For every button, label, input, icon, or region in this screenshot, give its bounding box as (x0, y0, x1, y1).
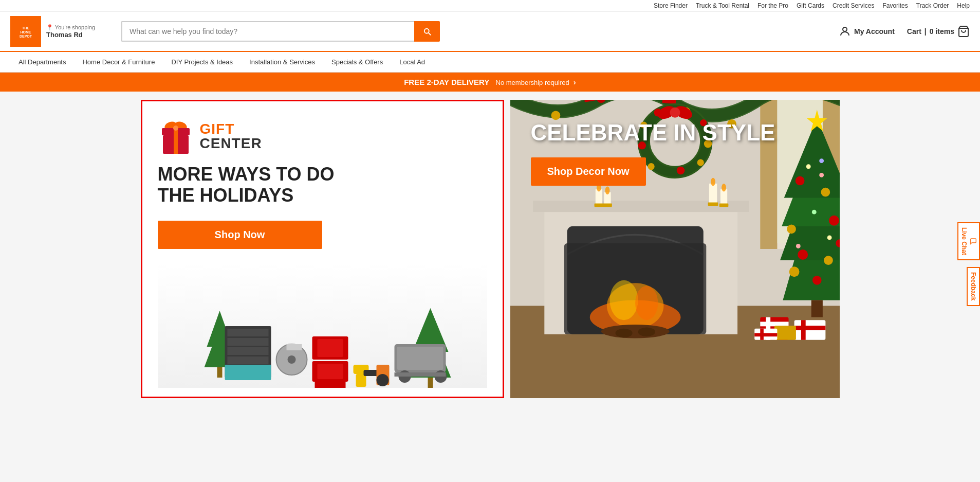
svg-text:DEPOT: DEPOT (20, 34, 32, 38)
gift-title: GIFT CENTER (200, 122, 262, 151)
svg-point-113 (605, 186, 609, 194)
nav-specials[interactable]: Specials & Offers (323, 52, 391, 72)
svg-point-59 (635, 286, 658, 320)
svg-rect-39 (397, 347, 443, 370)
store-info: 📍 You're shopping Thomas Rd (46, 24, 95, 39)
pin-icon: 📍 (46, 24, 53, 30)
svg-rect-24 (227, 356, 268, 364)
shop-now-button[interactable]: Shop Now (158, 221, 322, 249)
utility-link-credit-services[interactable]: Credit Services (833, 2, 874, 9)
svg-rect-21 (227, 329, 268, 336)
logo-icon: THE HOME DEPOT (12, 18, 39, 45)
search-icon (422, 27, 432, 36)
utility-bar: Store Finder Truck & Tool Rental For the… (0, 0, 980, 12)
utility-link-for-pro[interactable]: For the Pro (757, 2, 788, 9)
svg-point-100 (789, 266, 799, 277)
svg-point-94 (821, 188, 830, 197)
svg-point-4 (843, 27, 847, 31)
svg-rect-33 (317, 364, 343, 379)
live-chat-sidebar[interactable]: Live Chat (957, 222, 980, 260)
svg-point-66 (551, 111, 560, 120)
svg-rect-42 (394, 372, 446, 377)
svg-point-61 (615, 329, 632, 338)
promo-sub-text: No membership required (496, 79, 569, 86)
nav-installation[interactable]: Installation & Services (241, 52, 323, 72)
svg-point-95 (829, 216, 839, 226)
gift-word: GIFT (200, 122, 262, 136)
header: THE HOME DEPOT 📍 You're shopping Thomas … (0, 12, 980, 52)
banner-headline: MORE WAYS TO DO THE HOLIDAYS (158, 164, 487, 206)
utility-link-store-finder[interactable]: Store Finder (654, 2, 688, 9)
utility-link-track-order[interactable]: Track Order (916, 2, 949, 9)
svg-point-58 (609, 280, 638, 320)
svg-point-13 (173, 126, 178, 131)
shop-decor-button[interactable]: Shop Decor Now (531, 157, 646, 186)
svg-rect-34 (315, 382, 345, 388)
gift-box-icon (158, 117, 194, 155)
account-icon (839, 25, 851, 38)
gift-center-banner: GIFT CENTER MORE WAYS TO DO THE HOLIDAYS… (141, 100, 504, 398)
svg-rect-119 (719, 204, 728, 207)
svg-point-98 (824, 256, 833, 265)
utility-link-truck-rental[interactable]: Truck & Tool Rental (696, 2, 749, 9)
nav-local-ad[interactable]: Local Ad (391, 52, 433, 72)
svg-rect-118 (708, 202, 718, 206)
headline-line1: MORE WAYS TO DO (158, 164, 487, 185)
my-account-button[interactable]: My Account (839, 25, 895, 38)
search-button[interactable] (414, 21, 440, 42)
cart-separator: | (924, 27, 927, 35)
utility-link-gift-cards[interactable]: Gift Cards (797, 2, 824, 9)
svg-point-103 (819, 173, 824, 177)
svg-rect-129 (754, 333, 777, 337)
cart-count: 0 items (930, 27, 954, 35)
products-collage (158, 264, 487, 388)
cart-icon (957, 25, 970, 38)
feedback-sidebar[interactable]: Feedback (967, 267, 980, 306)
search-input[interactable] (121, 21, 414, 42)
svg-rect-26 (225, 365, 271, 380)
promo-main-text: FREE 2-DAY DELIVERY (404, 78, 489, 86)
svg-point-105 (827, 235, 831, 240)
utility-link-favorites[interactable]: Favorites (882, 2, 908, 9)
svg-point-96 (787, 224, 796, 234)
svg-point-104 (811, 210, 816, 215)
center-word: CENTER (200, 136, 262, 151)
banner-right-content: CELEBRATE IN STYLE Shop Decor Now (531, 120, 819, 186)
celebrate-banner: CELEBRATE IN STYLE Shop Decor Now (510, 100, 840, 398)
svg-point-101 (812, 276, 821, 285)
store-name[interactable]: Thomas Rd (46, 31, 95, 39)
svg-rect-16 (217, 367, 222, 378)
svg-rect-110 (709, 184, 716, 204)
svg-rect-19 (428, 378, 433, 388)
cart-label: Cart (907, 27, 921, 35)
svg-rect-91 (811, 300, 822, 317)
svg-rect-23 (227, 347, 268, 355)
svg-point-60 (601, 325, 669, 338)
nav-diy-projects[interactable]: DIY Projects & Ideas (163, 52, 241, 72)
svg-rect-126 (774, 326, 796, 340)
utility-link-help[interactable]: Help (957, 2, 970, 9)
main-content: GIFT CENTER MORE WAYS TO DO THE HOLIDAYS… (131, 92, 850, 406)
account-label: My Account (854, 27, 895, 35)
logo-wrap: THE HOME DEPOT 📍 You're shopping Thomas … (10, 16, 113, 47)
svg-point-62 (638, 328, 655, 337)
svg-point-97 (798, 249, 808, 260)
search-wrap (121, 21, 440, 42)
cart-button[interactable]: Cart | 0 items (907, 25, 970, 38)
home-depot-logo[interactable]: THE HOME DEPOT (10, 16, 41, 47)
svg-point-85 (670, 108, 680, 118)
svg-point-106 (796, 244, 800, 248)
svg-rect-12 (174, 135, 178, 154)
svg-rect-22 (227, 338, 268, 346)
svg-rect-31 (317, 339, 343, 357)
products-area (158, 264, 487, 388)
svg-text:HOME: HOME (21, 30, 31, 34)
nav-home-decor[interactable]: Home Decor & Furniture (74, 52, 163, 72)
svg-text:THE: THE (22, 26, 29, 30)
nav-all-departments[interactable]: All Departments (10, 52, 74, 72)
live-chat-label: Live Chat (960, 227, 968, 255)
header-actions: My Account Cart | 0 items (839, 25, 970, 38)
promo-banner[interactable]: FREE 2-DAY DELIVERY No membership requir… (0, 73, 980, 92)
celebrate-text: CELEBRATE IN STYLE (531, 120, 819, 145)
feedback-label: Feedback (970, 272, 977, 300)
